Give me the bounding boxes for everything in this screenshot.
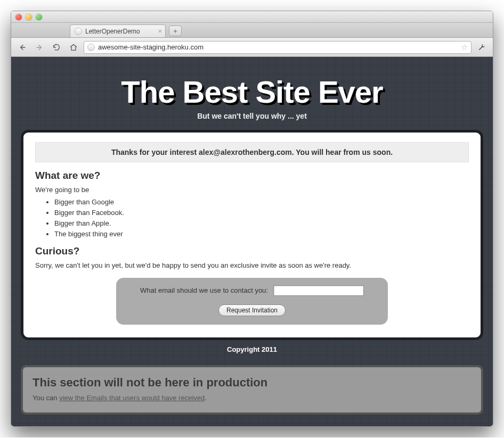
globe-icon — [75, 28, 82, 35]
email-label: What email should we use to contact you: — [140, 286, 268, 294]
arrow-right-icon — [35, 43, 44, 52]
window-titlebar — [11, 11, 493, 23]
staging-prefix: You can — [32, 394, 59, 402]
list-item: Bigger than Apple. — [54, 218, 469, 229]
browser-toolbar: awesome-site-staging.heroku.com ☆ — [11, 38, 493, 57]
settings-button[interactable] — [475, 41, 489, 54]
minimize-window-button[interactable] — [26, 14, 32, 20]
staging-text: You can view the Emails that users would… — [32, 394, 472, 402]
wrench-icon — [477, 43, 486, 52]
url-text: awesome-site-staging.heroku.com — [98, 43, 458, 51]
bookmark-star-icon[interactable]: ☆ — [461, 43, 468, 52]
staging-heading: This section will not be here in product… — [32, 376, 472, 390]
list-item: Bigger than Facebook. — [54, 208, 469, 218]
home-icon — [69, 43, 78, 52]
what-list: Bigger than Google Bigger than Facebook.… — [35, 197, 469, 240]
list-item: The biggest thing ever — [54, 229, 469, 239]
tab-strip: LetterOpenerDemo × + — [11, 23, 493, 38]
browser-window: LetterOpenerDemo × + awesome-site-stagin… — [11, 11, 493, 427]
site-subtitle: But we can't tell you why ... yet — [21, 112, 483, 120]
back-button[interactable] — [15, 41, 29, 54]
email-field[interactable] — [273, 285, 364, 296]
home-button[interactable] — [67, 41, 80, 54]
plus-icon: + — [173, 27, 177, 35]
page-content: The Best Site Ever But we can't tell you… — [11, 57, 493, 426]
reload-icon — [52, 43, 61, 52]
window-controls — [15, 14, 42, 20]
address-bar[interactable]: awesome-site-staging.heroku.com ☆ — [84, 41, 472, 54]
copyright: Copyright 2011 — [21, 345, 483, 353]
what-heading: What are we? — [35, 170, 469, 181]
view-emails-link[interactable]: view the Emails that users would have re… — [59, 394, 205, 402]
close-window-button[interactable] — [15, 14, 22, 20]
staging-suffix: . — [205, 394, 207, 402]
browser-tab[interactable]: LetterOpenerDemo × — [70, 24, 166, 37]
curious-heading: Curious? — [35, 245, 469, 257]
tab-title: LetterOpenerDemo — [85, 28, 140, 35]
globe-icon — [87, 44, 95, 51]
reload-button[interactable] — [50, 41, 63, 54]
request-invitation-button[interactable]: Request Invitation — [218, 304, 286, 316]
flash-message: Thanks for your interest alex@alexrothen… — [35, 142, 469, 162]
forward-button[interactable] — [32, 41, 46, 54]
arrow-left-icon — [18, 43, 27, 52]
list-item: Bigger than Google — [54, 197, 469, 208]
main-card: Thanks for your interest alex@alexrothen… — [21, 130, 483, 340]
site-title: The Best Site Ever — [21, 74, 483, 110]
form-row: What email should we use to contact you: — [126, 285, 378, 296]
zoom-window-button[interactable] — [36, 14, 42, 20]
hero: The Best Site Ever But we can't tell you… — [21, 74, 483, 120]
new-tab-button[interactable]: + — [169, 26, 182, 36]
staging-notice: This section will not be here in product… — [21, 365, 483, 415]
close-tab-icon[interactable]: × — [158, 27, 162, 35]
curious-text: Sorry, we can't let you in yet, but we'd… — [35, 261, 469, 269]
invite-form: What email should we use to contact you:… — [116, 278, 388, 325]
what-intro: We're going to be — [35, 186, 469, 194]
